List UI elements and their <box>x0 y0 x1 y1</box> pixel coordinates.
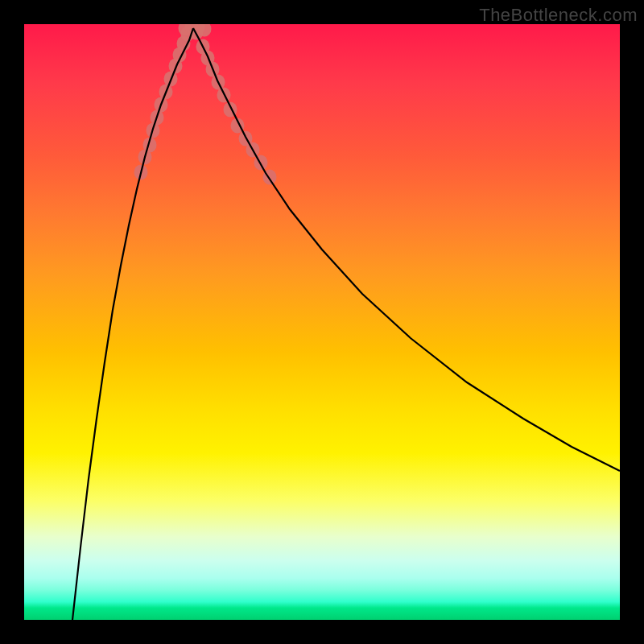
watermark-text: TheBottleneck.com <box>479 5 638 26</box>
chart-svg <box>24 24 620 620</box>
curve-right <box>193 28 620 471</box>
data-dots-group <box>134 24 277 185</box>
curve-left <box>72 28 193 620</box>
chart-frame: TheBottleneck.com <box>0 0 644 644</box>
plot-area <box>24 24 620 620</box>
